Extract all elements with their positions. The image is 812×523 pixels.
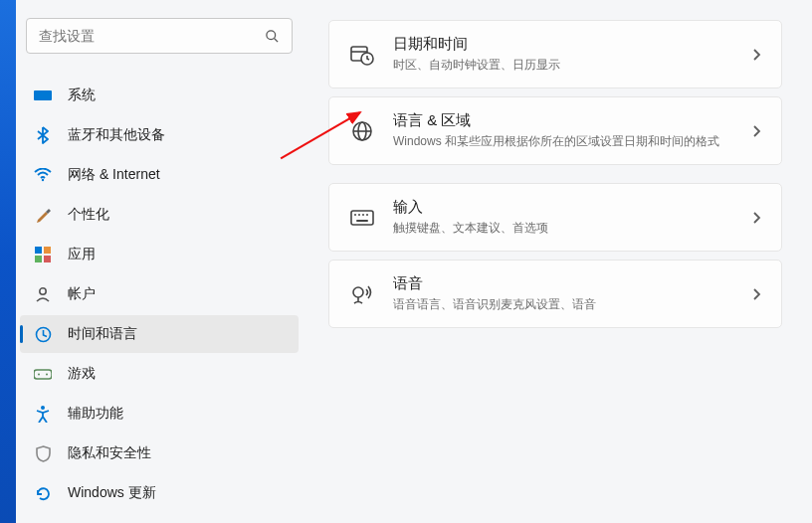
svg-point-3 xyxy=(42,179,44,181)
brush-icon xyxy=(34,206,52,224)
shield-icon xyxy=(34,444,52,462)
sidebar-item-gaming[interactable]: 游戏 xyxy=(20,355,299,393)
sidebar-item-personalization[interactable]: 个性化 xyxy=(20,196,299,234)
card-date-time[interactable]: 日期和时间 时区、自动时钟设置、日历显示 xyxy=(328,20,782,88)
search-icon xyxy=(265,29,280,44)
sidebar-item-label: 蓝牙和其他设备 xyxy=(68,126,165,144)
card-title: 日期和时间 xyxy=(393,35,752,54)
sidebar-item-label: 时间和语言 xyxy=(68,325,137,343)
sidebar-item-apps[interactable]: 应用 xyxy=(20,236,299,273)
sidebar-item-system[interactable]: 系统 xyxy=(20,77,299,114)
date-time-icon xyxy=(349,42,375,68)
svg-rect-7 xyxy=(44,256,51,262)
card-input[interactable]: 输入 触摸键盘、文本建议、首选项 xyxy=(328,183,782,252)
apps-icon xyxy=(34,246,52,263)
svg-rect-5 xyxy=(44,247,51,254)
svg-rect-6 xyxy=(35,256,42,262)
sidebar-item-label: 帐户 xyxy=(68,285,96,303)
chevron-right-icon xyxy=(752,211,761,225)
sidebar-item-bluetooth[interactable]: 蓝牙和其他设备 xyxy=(20,116,299,154)
svg-rect-19 xyxy=(351,211,373,225)
sidebar-nav: 系统 蓝牙和其他设备 网络 & Internet 个性化 xyxy=(20,76,299,513)
svg-point-11 xyxy=(46,373,48,375)
chevron-right-icon xyxy=(752,287,761,301)
gaming-icon xyxy=(34,365,52,383)
update-icon xyxy=(34,484,52,502)
svg-line-1 xyxy=(275,38,278,41)
sidebar-item-label: 隐私和安全性 xyxy=(68,444,151,462)
card-subtitle: Windows 和某些应用根据你所在的区域设置日期和时间的格式 xyxy=(393,133,752,150)
system-icon xyxy=(34,87,52,104)
sidebar-item-label: Windows 更新 xyxy=(68,484,156,502)
svg-point-0 xyxy=(267,30,276,39)
sidebar-item-windows-update[interactable]: Windows 更新 xyxy=(20,474,299,512)
sidebar-item-privacy[interactable]: 隐私和安全性 xyxy=(20,435,299,472)
card-title: 语言 & 区域 xyxy=(393,111,752,130)
accounts-icon xyxy=(34,285,52,303)
chevron-right-icon xyxy=(752,48,761,62)
svg-point-25 xyxy=(353,287,363,297)
sidebar-item-label: 游戏 xyxy=(68,365,96,383)
card-text: 日期和时间 时区、自动时钟设置、日历显示 xyxy=(393,35,752,74)
search-box[interactable] xyxy=(26,18,293,54)
svg-rect-2 xyxy=(34,90,52,100)
card-speech[interactable]: 语音 语音语言、语音识别麦克风设置、语音 xyxy=(328,260,782,328)
keyboard-icon xyxy=(349,205,375,231)
svg-rect-4 xyxy=(35,247,42,254)
sidebar-item-label: 系统 xyxy=(68,87,96,104)
settings-content: 日期和时间 时区、自动时钟设置、日历显示 语言 & 区域 Windows 和某些… xyxy=(304,0,812,523)
sidebar: 系统 蓝牙和其他设备 网络 & Internet 个性化 xyxy=(16,0,304,523)
svg-point-10 xyxy=(38,373,40,375)
sidebar-item-time-language[interactable]: 时间和语言 xyxy=(20,315,299,353)
speech-icon xyxy=(349,281,375,307)
bluetooth-icon xyxy=(34,126,52,144)
card-language-region[interactable]: 语言 & 区域 Windows 和某些应用根据你所在的区域设置日期和时间的格式 xyxy=(328,96,782,165)
svg-point-12 xyxy=(41,406,45,410)
svg-point-8 xyxy=(40,288,46,294)
card-subtitle: 触摸键盘、文本建议、首选项 xyxy=(393,220,752,237)
card-subtitle: 语音语言、语音识别麦克风设置、语音 xyxy=(393,296,752,313)
desktop-wallpaper-edge xyxy=(0,0,16,523)
sidebar-item-accessibility[interactable]: 辅助功能 xyxy=(20,395,299,433)
search-input[interactable] xyxy=(39,28,265,44)
card-subtitle: 时区、自动时钟设置、日历显示 xyxy=(393,57,752,74)
card-text: 语言 & 区域 Windows 和某些应用根据你所在的区域设置日期和时间的格式 xyxy=(393,111,752,150)
language-icon xyxy=(349,118,375,144)
sidebar-item-label: 应用 xyxy=(68,246,96,263)
wifi-icon xyxy=(34,166,52,184)
chevron-right-icon xyxy=(752,124,761,138)
sidebar-item-network[interactable]: 网络 & Internet xyxy=(20,156,299,194)
settings-window: 系统 蓝牙和其他设备 网络 & Internet 个性化 xyxy=(0,0,812,523)
accessibility-icon xyxy=(34,405,52,423)
sidebar-item-label: 个性化 xyxy=(68,206,109,224)
sidebar-item-label: 辅助功能 xyxy=(68,405,123,423)
card-text: 输入 触摸键盘、文本建议、首选项 xyxy=(393,198,752,237)
card-title: 输入 xyxy=(393,198,752,217)
clock-globe-icon xyxy=(34,325,52,343)
sidebar-item-accounts[interactable]: 帐户 xyxy=(20,275,299,313)
card-text: 语音 语音语言、语音识别麦克风设置、语音 xyxy=(393,274,752,313)
sidebar-item-label: 网络 & Internet xyxy=(68,166,160,184)
card-title: 语音 xyxy=(393,274,752,293)
